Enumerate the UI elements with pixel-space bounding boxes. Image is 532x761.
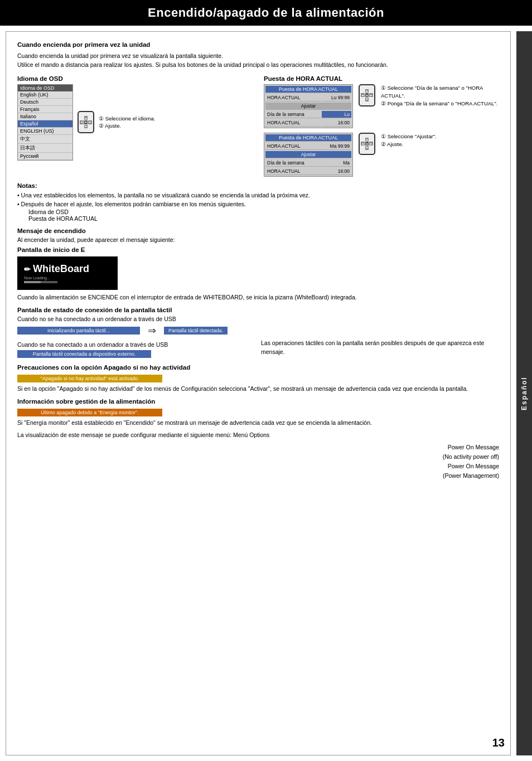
osd-item-1: Deutsch — [18, 99, 72, 106]
osd-item-5: ENGLISH (US) — [18, 128, 72, 135]
hora-top-dia-val: Lu — [322, 111, 351, 118]
page-header: Encendido/apagado de la alimentación — [0, 0, 532, 26]
osd-item-7: 日本語 — [18, 144, 72, 153]
page-body: Cuando encienda por primera vez la unida… — [0, 26, 532, 761]
whiteboard-title: ✏ WhiteBoard — [24, 263, 89, 275]
hora-bottom-hora2-val: 16:00 — [321, 168, 351, 175]
hora-bottom-hora2-lbl: HORA ACTUAL — [265, 168, 320, 175]
conn-right: Las operaciones táctiles con la pantalla… — [261, 339, 499, 360]
dpad-hb-tr — [369, 138, 373, 142]
precauciones-title: Precauciones con la opción Apagado si no… — [17, 364, 499, 371]
pantalla-estado-subtitle2: Cuando se ha conectado a un ordenador a … — [17, 341, 255, 348]
dpad-ht-bl — [361, 98, 365, 101]
page-number: 13 — [492, 736, 505, 749]
hora-bottom-ann1: ① Seleccione "Ajustar". — [381, 133, 499, 140]
hora-top-hora2-lbl: HORA ACTUAL — [265, 119, 321, 127]
col-osd: Idioma de OSD Idioma de OSD English (UK)… — [17, 75, 253, 177]
pantalla-estado-subtitle: Cuando no se ha conectado a un ordenador… — [17, 316, 499, 322]
section-primera: Cuando encienda por primera vez la unida… — [17, 40, 499, 70]
status-init: Inicializando pantalla táctil... — [17, 327, 140, 335]
conn-left: Cuando se ha conectado a un ordenador a … — [17, 339, 255, 360]
section-primera-body2: Utilice el mando a distancia para realiz… — [17, 61, 499, 70]
side-tab: Español — [516, 31, 532, 755]
section-primera-body1: Cuando encienda la unidad por primera ve… — [17, 52, 499, 61]
hora-annotations-bottom: ① Seleccione "Ajustar". ② Ajuste. — [381, 133, 499, 177]
dpad-tl — [80, 116, 84, 120]
hora-top-hora2-val: 16:00 — [322, 119, 351, 127]
hora-section-top: Puesta de HORA ACTUAL HORA ACTUALLu 99:9… — [264, 84, 499, 128]
osd-annotation1: ① Seleccione el idioma. — [99, 115, 155, 122]
osd-menu: Idioma de OSD English (UK) Deutsch Franç… — [17, 84, 73, 161]
osd-container: Idioma de OSD English (UK) Deutsch Franç… — [17, 84, 253, 161]
pantalla-inicio-section: Pantalla de inicio de E ✏ WhiteBoard Now… — [17, 246, 499, 302]
remote-icon: ▲ ◄ ● ► ▼ — [78, 111, 94, 133]
dpad-hb-br — [369, 146, 373, 150]
remote-icon-hora-top: ▲ ◄ ● ► ▼ — [359, 84, 375, 106]
mensaje-section: Mensaje de encendido Al encender la unid… — [17, 227, 499, 243]
dpad-hb-up: ▲ — [365, 138, 369, 142]
section-primera-title: Cuando encienda por primera vez la unida… — [17, 40, 499, 50]
two-col-section: Idioma de OSD Idioma de OSD English (UK)… — [17, 75, 499, 177]
pantalla-inicio-title: Pantalla de inicio de E — [17, 246, 499, 253]
precauciones-status: "Apagado si no hay actividad" está activ… — [17, 375, 162, 382]
hora-top-ajustar: Ajustar — [265, 103, 351, 110]
dpad-br — [88, 125, 92, 129]
dpad-ht-down: ▼ — [365, 98, 369, 101]
dpad-hb-right: ► — [369, 142, 373, 146]
nota-submenu2: Puesta de HORA ACTUAL — [17, 215, 499, 222]
osd-item-3: Italiano — [18, 113, 72, 120]
dpad-right: ► — [88, 120, 92, 124]
osd-menu-title: Idioma de OSD — [18, 85, 72, 91]
power-opt-0: Power On Message — [17, 443, 499, 452]
informacion-status: Último apagado debido a "Energía monitor… — [17, 409, 162, 416]
hora-bottom-ajustar: Ajustar — [265, 151, 351, 158]
osd-item-8: Русский — [18, 153, 72, 160]
mensaje-body: Al encender la unidad, puede aparecer el… — [17, 236, 499, 243]
hora-section-bottom: Puesta de HORA ACTUAL HORA ACTUALMa 99:9… — [264, 133, 499, 177]
hora-bottom-header: Puesta de HORA ACTUAL — [265, 134, 351, 142]
remote-dpad-hora-top: ▲ ◄ ● ► ▼ — [361, 89, 373, 101]
hora-bottom-hora-lbl: HORA ACTUAL — [265, 143, 320, 150]
hora-top-ann1: ① Seleccione "Día de la semana" o "HORA … — [381, 84, 499, 100]
osd-item-6: 中文 — [18, 135, 72, 144]
informacion-body1: Si "Energía monitor" está establecido en… — [17, 419, 499, 428]
precauciones-body: Si en la opción "Apagado si no hay activ… — [17, 385, 499, 394]
arrow-right-icon: ⇒ — [148, 324, 156, 337]
hora-table-bottom: Puesta de HORA ACTUAL HORA ACTUALMa 99:9… — [264, 133, 353, 177]
power-options: Power On Message (No activity power off)… — [17, 443, 499, 480]
notas-section: Notas: • Una vez establecidos los elemen… — [17, 182, 499, 222]
hora-annotations-top: ① Seleccione "Día de la semana" o "HORA … — [381, 84, 499, 128]
pencil-icon: ✏ — [24, 265, 31, 274]
osd-annotation2: ② Ajuste. — [99, 122, 155, 129]
osd-item-2: Français — [18, 106, 72, 113]
status-detected: Pantalla táctil detectada. — [164, 327, 228, 335]
hora-table-top-header: Puesta de HORA ACTUAL — [265, 86, 351, 93]
informacion-body2: La visualización de este mensaje se pued… — [17, 431, 499, 440]
dpad-up: ▲ — [84, 116, 88, 120]
precauciones-section: Precauciones con la opción Apagado si no… — [17, 364, 499, 394]
connection-detail: Cuando se ha conectado a un ordenador a … — [17, 339, 499, 360]
remote-osd: ▲ ◄ ● ► ▼ — [78, 111, 94, 133]
connection-row-1: Inicializando pantalla táctil... ⇒ Panta… — [17, 324, 499, 337]
main-content: Cuando encienda por primera vez la unida… — [6, 31, 511, 755]
dpad-left: ◄ — [80, 120, 84, 124]
hora-top-dia-lbl: Día de la semana — [265, 111, 321, 118]
dpad-bl — [80, 125, 84, 129]
remote-icon-hora-bottom: ▲ ◄ ● ► ▼ — [359, 133, 375, 155]
osd-annotations: ① Seleccione el idioma. ② Ajuste. — [99, 115, 155, 130]
power-opt-3: (Power Management) — [17, 471, 499, 481]
power-opt-1: (No activity power off) — [17, 452, 499, 462]
detected-desc: Las operaciones táctiles con la pantalla… — [261, 340, 484, 355]
hora-bottom-hora-val: Ma 99:99 — [321, 143, 351, 150]
dpad-hb-bl — [361, 146, 365, 150]
dpad-ht-left: ◄ — [361, 93, 365, 97]
dpad-hb-left: ◄ — [361, 142, 365, 146]
side-tab-label: Español — [520, 376, 528, 410]
col-hora: Puesta de HORA ACTUAL Puesta de HORA ACT… — [264, 75, 499, 177]
mensaje-title: Mensaje de encendido — [17, 227, 499, 234]
dpad-ht-up: ▲ — [365, 89, 369, 93]
hora-title: Puesta de HORA ACTUAL — [264, 75, 499, 82]
hora-display-bottom: Puesta de HORA ACTUAL HORA ACTUALMa 99:9… — [264, 133, 353, 177]
informacion-title: Información sobre gestión de la alimenta… — [17, 398, 499, 405]
pantalla-estado-section: Pantalla de estado de conexión de la pan… — [17, 307, 499, 360]
